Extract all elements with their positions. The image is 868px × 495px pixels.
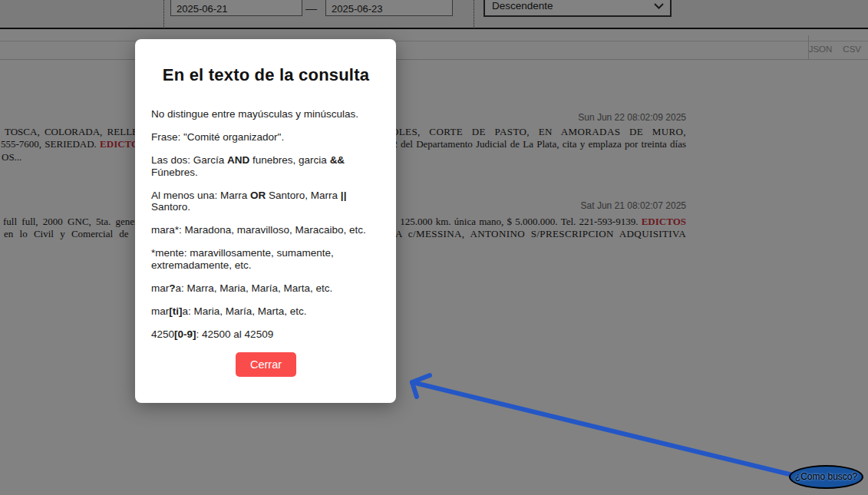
modal-paragraph: *mente: maravillosamente, sumamente, ext… xyxy=(151,247,381,271)
modal-paragraph: 4250[0-9]: 42500 al 42509 xyxy=(151,328,381,341)
modal-paragraph: No distingue entre mayúsculas y minúscul… xyxy=(151,108,381,120)
close-button[interactable]: Cerrar xyxy=(236,352,296,377)
modal-paragraph: Frase: "Comité organizador". xyxy=(151,131,381,144)
modal-paragraph: mar?a: Marra, Maria, María, Marta, etc. xyxy=(151,282,381,295)
help-modal: En el texto de la consulta No distingue … xyxy=(135,39,396,403)
como-busco-button[interactable]: ¿Como busco? xyxy=(789,465,863,489)
modal-body: No distingue entre mayúsculas y minúscul… xyxy=(151,108,381,340)
modal-title: En el texto de la consulta xyxy=(151,65,381,85)
modal-paragraph: mara*: Maradona, maravilloso, Maracaibo,… xyxy=(151,224,381,236)
modal-backdrop xyxy=(0,0,868,495)
modal-paragraph: mar[ti]a: Maria, María, Marta, etc. xyxy=(151,305,381,318)
modal-paragraph: Las dos: García AND funebres, garcia && … xyxy=(151,154,381,178)
modal-paragraph: Al menos una: Marra OR Santoro, Marra ||… xyxy=(151,190,381,213)
